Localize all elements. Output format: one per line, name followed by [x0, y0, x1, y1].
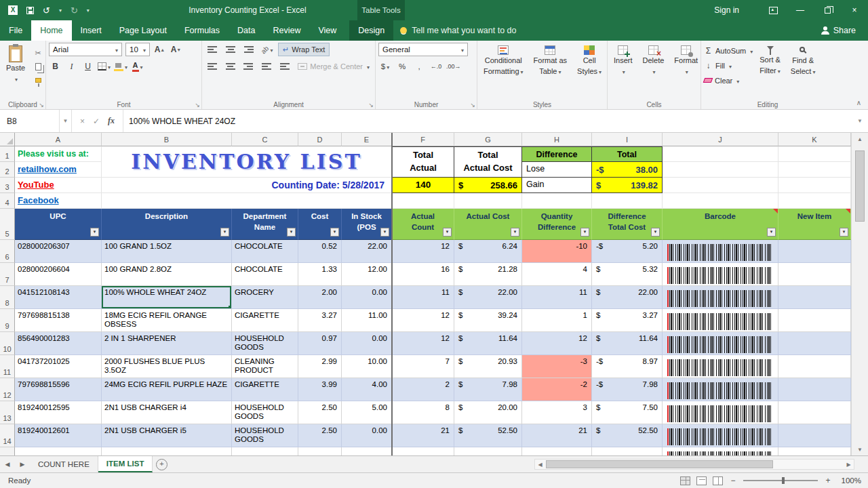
filter-button[interactable] [651, 228, 660, 237]
cell-styles-button[interactable]: Cell Styles [574, 43, 605, 77]
fill-button[interactable]: ↓Fill [704, 59, 753, 72]
cell-empty[interactable] [778, 178, 851, 193]
cell-qty-difference[interactable]: 11 [522, 286, 592, 309]
cell-instock[interactable]: 12.00 [342, 263, 392, 286]
cell-counting-date[interactable]: Counting Date: 5/28/2017 [102, 178, 392, 193]
conditional-formatting-button[interactable]: Conditional Formatting [480, 43, 527, 77]
row-header-8[interactable]: 8 [0, 286, 15, 309]
underline-button[interactable]: U [81, 60, 94, 73]
cell-department[interactable]: CIGARETTE [232, 309, 298, 332]
cell-description[interactable]: 2 IN 1 SHARPENER [102, 332, 232, 355]
cell-instock[interactable]: 10.00 [342, 355, 392, 378]
col-header-diff-total-cost[interactable]: DifferenceTotal Cost [592, 209, 663, 240]
col-header-actual-cost[interactable]: Actual Cost [454, 209, 522, 240]
cell-empty[interactable] [102, 193, 392, 209]
cell-link-facebook[interactable]: Facebook [15, 193, 102, 209]
cell-instock[interactable]: 4.00 [342, 378, 392, 401]
cell-barcode[interactable] [663, 378, 778, 401]
cell-instock[interactable] [342, 447, 392, 455]
italic-button[interactable]: I [65, 60, 78, 73]
cell-visit-text[interactable]: Please visit us at: [15, 146, 102, 162]
col-header-description[interactable]: Description [102, 209, 232, 240]
tab-file[interactable]: File [0, 20, 31, 41]
col-header-qty-difference[interactable]: QuantityDifference [522, 209, 592, 240]
cell-cost[interactable] [298, 447, 342, 455]
align-right-button[interactable] [241, 60, 256, 73]
cell-actual-count[interactable]: 11 [392, 286, 454, 309]
cell-qty-difference[interactable] [522, 447, 592, 455]
cell-instock[interactable]: 5.00 [342, 401, 392, 424]
cell-diff-total-cost[interactable]: -$5.20 [592, 240, 663, 263]
decrease-decimal-button[interactable]: .00→ [446, 60, 461, 73]
row-header-4[interactable]: 4 [0, 193, 15, 209]
cell-description[interactable]: 2N1 USB CHARGER i4 [102, 401, 232, 424]
column-header-j[interactable]: J [663, 133, 778, 146]
cell-description[interactable]: 2000 FLUSHES BLUE PLUS 3.5OZ [102, 355, 232, 378]
cell-diff-total-cost[interactable]: $7.50 [592, 401, 663, 424]
collapse-ribbon-icon[interactable]: ∧ [856, 99, 861, 106]
cell-qty-difference[interactable]: 12 [522, 332, 592, 355]
filter-button[interactable] [220, 228, 229, 237]
cell-upc[interactable]: 041737201025 [15, 355, 102, 378]
cell-actual-count[interactable]: 16 [392, 263, 454, 286]
vertical-scrollbar[interactable] [851, 133, 868, 455]
formula-input[interactable]: 100% WHOLE WHEAT 24OZ [123, 110, 852, 132]
autosum-button[interactable]: ΣAutoSum [704, 44, 753, 57]
scroll-left-icon[interactable] [535, 460, 545, 469]
col-header-barcode[interactable]: Barcode [663, 209, 778, 240]
column-header-c[interactable]: C [232, 133, 298, 146]
font-name-combo[interactable]: Arial [49, 43, 122, 56]
column-header-a[interactable]: A [15, 133, 102, 146]
cell-actual-count[interactable]: 7 [392, 355, 454, 378]
cell-upc[interactable]: 856490001283 [15, 332, 102, 355]
paste-button[interactable]: Paste [3, 43, 28, 85]
cell-actual-cost[interactable]: $39.24 [454, 309, 522, 332]
cell-cost[interactable]: 2.99 [298, 355, 342, 378]
expand-formula-bar-icon[interactable]: ▼ [852, 110, 868, 132]
cell-barcode[interactable] [663, 355, 778, 378]
vertical-scroll-thumb[interactable] [855, 150, 865, 222]
cell-qty-difference[interactable]: 21 [522, 424, 592, 447]
cell-lose-label[interactable]: Lose [522, 162, 592, 178]
undo-caret-icon[interactable]: ▾ [59, 7, 62, 14]
share-button[interactable]: Share [821, 20, 868, 41]
cell-empty[interactable] [454, 193, 522, 209]
cell-qty-difference[interactable]: -2 [522, 378, 592, 401]
cell-new-item[interactable] [778, 447, 851, 455]
wrap-text-button[interactable]: ↵Wrap Text [278, 43, 330, 56]
column-header-b[interactable]: B [102, 133, 232, 146]
cell-barcode[interactable] [663, 309, 778, 332]
cell-description[interactable]: 24MG ECIG REFIL PURPLE HAZE [102, 378, 232, 401]
cell-actual-cost[interactable]: $52.50 [454, 424, 522, 447]
previous-sheet-icon[interactable] [0, 456, 15, 472]
cell-difference-label[interactable]: Difference [522, 146, 592, 162]
cell-upc[interactable]: 819240012595 [15, 401, 102, 424]
cell-total-actual-value[interactable]: 140 [392, 178, 454, 193]
column-header-d[interactable]: D [298, 133, 342, 146]
clear-button[interactable]: Clear [704, 74, 753, 87]
cell-description[interactable]: 100 GRAND 2.8OZ [102, 263, 232, 286]
cell-actual-count[interactable]: 8 [392, 401, 454, 424]
cell-link-retailhow[interactable]: retailhow.com [15, 162, 102, 178]
column-header-e[interactable]: E [342, 133, 392, 146]
cell-diff-total-cost[interactable]: $3.27 [592, 309, 663, 332]
cell-total-actual-label[interactable]: Total Actual [392, 146, 454, 178]
cell-actual-cost[interactable]: $20.93 [454, 355, 522, 378]
cell-upc[interactable]: 797698815138 [15, 309, 102, 332]
cell-barcode[interactable] [663, 240, 778, 263]
cell-instock[interactable]: 22.00 [342, 240, 392, 263]
increase-indent-button[interactable] [277, 60, 292, 73]
font-color-button[interactable]: A [131, 60, 144, 73]
cell-new-item[interactable] [778, 240, 851, 263]
cell-cost[interactable]: 2.00 [298, 286, 342, 309]
align-bottom-button[interactable] [241, 43, 256, 56]
next-sheet-icon[interactable] [15, 456, 30, 472]
horizontal-scroll-thumb[interactable] [546, 460, 773, 468]
scroll-up-icon[interactable] [852, 133, 868, 145]
zoom-level[interactable]: 100% [838, 476, 861, 485]
cell-empty[interactable] [778, 162, 851, 178]
cell-cost[interactable]: 2.50 [298, 401, 342, 424]
cell-upc[interactable]: 797698815596 [15, 378, 102, 401]
cell-instock[interactable]: 11.00 [342, 309, 392, 332]
scroll-right-icon[interactable] [844, 460, 854, 469]
